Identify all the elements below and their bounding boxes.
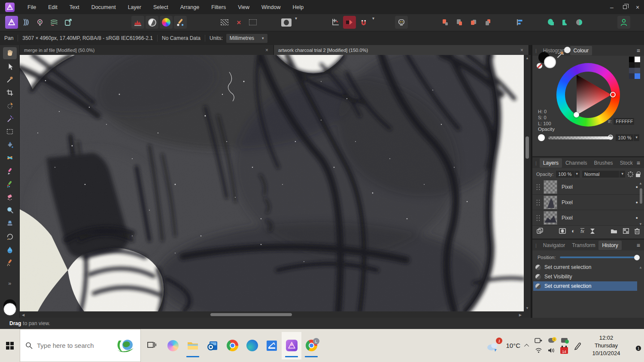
- palette-swatch[interactable]: [629, 68, 635, 73]
- live-filter-icon[interactable]: fx: [580, 228, 584, 234]
- tab-history[interactable]: History: [598, 241, 621, 250]
- scroll-up-icon[interactable]: ▲: [639, 265, 642, 269]
- app-chrome[interactable]: [222, 332, 242, 359]
- pixel-alignment-button[interactable]: [329, 16, 342, 29]
- notification-center-button[interactable]: 1: [630, 341, 640, 350]
- move-forward-button[interactable]: [453, 16, 466, 29]
- tray-cloud-warning-icon[interactable]: !: [548, 338, 555, 343]
- crop-tool[interactable]: [3, 87, 17, 99]
- geometry-intersect-button[interactable]: [573, 16, 586, 29]
- flood-select-tool[interactable]: [3, 113, 17, 125]
- tone-mapping-persona-button[interactable]: [48, 16, 61, 29]
- document-tab-2-active[interactable]: artwork charcoal trial 2 [Modified] (150…: [274, 45, 529, 55]
- invert-icon[interactable]: [590, 228, 595, 234]
- lock-icon[interactable]: [636, 174, 640, 177]
- erase-brush-tool[interactable]: [3, 191, 17, 203]
- scroll-down-icon[interactable]: ▼: [639, 222, 642, 226]
- restore-button[interactable]: [618, 1, 631, 14]
- horizontal-scrollbar[interactable]: ◀ ▶: [20, 311, 524, 318]
- scroll-up-icon[interactable]: ▲: [526, 56, 529, 60]
- opacity-value-dropdown[interactable]: 100 % ▾: [616, 134, 639, 141]
- marquee-select-tool[interactable]: [3, 126, 17, 138]
- app-affinity-photo-active[interactable]: [282, 332, 301, 359]
- visibility-toggle-icon[interactable]: ●: [636, 216, 638, 220]
- units-dropdown[interactable]: Millimetres ▾: [226, 34, 267, 43]
- layer-thumbnail[interactable]: [544, 211, 557, 225]
- more-tools-button[interactable]: »: [8, 280, 11, 287]
- minimize-button[interactable]: –: [605, 1, 618, 14]
- hex-input[interactable]: FFFFFF: [614, 118, 634, 125]
- undo-brush-tool[interactable]: [3, 230, 17, 242]
- palette-swatch[interactable]: [635, 57, 640, 62]
- tab-close-icon[interactable]: ×: [264, 47, 269, 53]
- tab-layers[interactable]: Layers: [540, 158, 562, 168]
- menu-edit[interactable]: Edit: [42, 0, 64, 14]
- opacity-swatch[interactable]: [538, 134, 545, 141]
- app-outlook[interactable]: [203, 332, 222, 359]
- layer-settings-gear-icon[interactable]: [628, 172, 633, 177]
- hue-selector[interactable]: [610, 92, 616, 97]
- menu-arrange[interactable]: Arrange: [174, 0, 205, 14]
- account-button[interactable]: [617, 16, 630, 29]
- auto-white-balance-button[interactable]: [174, 16, 187, 29]
- move-by-whole-pixels-button[interactable]: [343, 16, 356, 29]
- palette-swatch[interactable]: [629, 73, 635, 79]
- colour-wheel[interactable]: [556, 63, 620, 127]
- layer-row[interactable]: Pixel ●: [532, 210, 644, 226]
- visibility-toggle-icon[interactable]: ●: [636, 200, 638, 205]
- selection-brush-tool[interactable]: [3, 100, 17, 112]
- scroll-up-icon[interactable]: ▲: [639, 181, 642, 185]
- menu-help[interactable]: Help: [287, 0, 310, 14]
- view-pan-tool[interactable]: [3, 47, 17, 59]
- picker-eyedropper-icon[interactable]: [556, 50, 565, 59]
- close-button[interactable]: ×: [631, 1, 644, 14]
- geometry-subtract-button[interactable]: [559, 16, 571, 29]
- drag-handle-icon[interactable]: [536, 199, 541, 205]
- tray-volume-icon[interactable]: [548, 347, 555, 353]
- quick-mask-button[interactable]: [280, 16, 293, 29]
- tray-device-icon[interactable]: [535, 338, 542, 344]
- add-pixel-layer-icon[interactable]: [623, 228, 629, 234]
- deselect-button[interactable]: ×: [232, 16, 245, 29]
- blend-mode-dropdown[interactable]: Normal ▾: [582, 171, 625, 178]
- tray-calendar-icon[interactable]: 14: [560, 347, 568, 354]
- fill-stroke-swatch[interactable]: [3, 299, 17, 317]
- invert-selection-button[interactable]: [246, 16, 259, 29]
- menu-filters[interactable]: Filters: [205, 0, 232, 14]
- temperature-label[interactable]: 10°C: [506, 342, 520, 349]
- tab-stock[interactable]: Stock: [617, 158, 636, 168]
- palette-swatch[interactable]: [629, 57, 635, 62]
- drag-handle-icon[interactable]: [536, 214, 541, 221]
- auto-levels-button[interactable]: [131, 16, 144, 29]
- adjustment-layer-icon[interactable]: ◐: [571, 228, 575, 234]
- menu-document[interactable]: Document: [85, 0, 122, 14]
- menu-view[interactable]: View: [232, 0, 255, 14]
- edit-all-layers-icon[interactable]: [537, 228, 544, 234]
- horizontal-scroll-thumb[interactable]: [210, 313, 292, 316]
- history-item[interactable]: Set Visibility: [533, 272, 637, 281]
- develop-persona-button[interactable]: [33, 16, 46, 29]
- no-colour-swatch[interactable]: [537, 63, 542, 69]
- blur-tool[interactable]: [3, 244, 17, 256]
- canvas-artwork[interactable]: [20, 55, 524, 311]
- task-view-button[interactable]: [147, 340, 157, 351]
- history-position-handle[interactable]: [634, 255, 640, 260]
- scroll-right-icon[interactable]: ▶: [519, 313, 522, 317]
- palette-swatch[interactable]: [635, 68, 640, 73]
- delete-layer-icon[interactable]: [635, 228, 640, 234]
- history-position-slider[interactable]: [560, 256, 639, 258]
- move-to-back-button[interactable]: [481, 16, 494, 29]
- vertical-scroll-thumb[interactable]: [526, 136, 529, 159]
- select-all-button[interactable]: [218, 16, 231, 29]
- colour-replacement-brush-tool[interactable]: [3, 178, 17, 190]
- auto-colour-button[interactable]: [160, 16, 173, 29]
- panel-menu-icon[interactable]: ≡: [637, 160, 640, 166]
- clock-widget[interactable]: 12:02 Thursday 10/10/2024: [587, 334, 625, 357]
- search-input[interactable]: [37, 342, 111, 349]
- alignment-button[interactable]: [513, 16, 526, 29]
- palette-swatch[interactable]: [635, 73, 640, 79]
- layer-row[interactable]: Pixel ●: [532, 195, 644, 210]
- history-item-selected[interactable]: Set current selection: [533, 281, 637, 291]
- dodge-brush-tool[interactable]: [3, 204, 17, 216]
- history-item[interactable]: Set current selection: [533, 262, 637, 272]
